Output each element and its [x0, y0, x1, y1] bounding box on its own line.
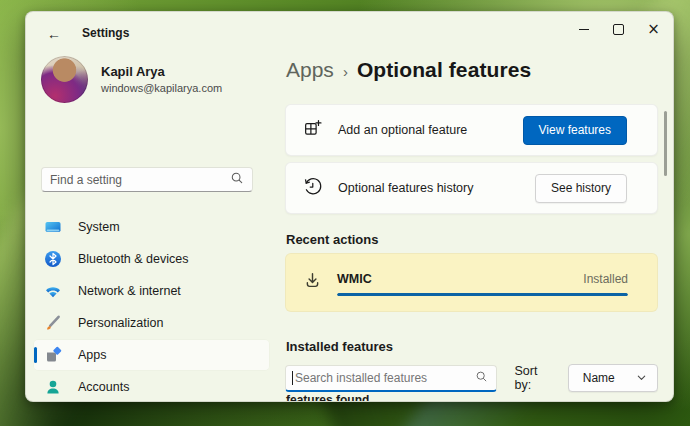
titlebar[interactable]: ← Settings × [26, 12, 673, 54]
search-icon [475, 369, 488, 387]
breadcrumb-apps-link[interactable]: Apps [286, 58, 334, 82]
text-cursor [292, 371, 293, 385]
search-icon [230, 171, 244, 189]
breadcrumb: Apps › Optional features [286, 58, 531, 82]
progress-fill [337, 293, 628, 296]
user-email: windows@kapilarya.com [101, 81, 222, 96]
sidebar-item-apps[interactable]: Apps [34, 340, 269, 370]
minimize-icon [579, 29, 589, 30]
installed-features-heading: Installed features [286, 339, 393, 354]
sidebar-item-accounts[interactable]: Accounts [34, 372, 269, 402]
settings-window: ← Settings × Kapil Arya windows@kapilary… [25, 11, 674, 402]
bluetooth-icon [44, 250, 62, 268]
recent-actions-heading: Recent actions [286, 232, 378, 247]
sidebar-item-network-internet[interactable]: Network & internet [34, 276, 269, 306]
window-title: Settings [82, 26, 129, 40]
view-features-button[interactable]: View features [523, 116, 628, 145]
add-feature-grid-icon [303, 119, 322, 142]
history-icon [303, 177, 322, 200]
network-wifi-icon [44, 282, 62, 300]
sidebar-item-label: Bluetooth & devices [78, 252, 189, 266]
account-profile[interactable]: Kapil Arya windows@kapilarya.com [41, 56, 222, 103]
sidebar-item-label: Personalization [78, 316, 163, 330]
maximize-icon [613, 24, 624, 35]
scrollbar-thumb[interactable] [664, 111, 667, 176]
installed-features-searchbox[interactable] [285, 365, 497, 392]
sort-dropdown-value: Name [583, 371, 615, 385]
close-button[interactable]: × [636, 12, 671, 46]
sidebar: Kapil Arya windows@kapilarya.com System [26, 54, 284, 401]
sidebar-nav: System Bluetooth & devices Network & int… [34, 212, 276, 402]
sidebar-item-label: Apps [78, 348, 107, 362]
chevron-down-icon [636, 369, 647, 387]
back-arrow-icon: ← [47, 26, 61, 42]
find-setting-searchbox[interactable] [41, 167, 253, 192]
page-title: Optional features [357, 58, 531, 82]
sidebar-item-label: Accounts [78, 380, 129, 394]
card-label: Optional features history [338, 181, 519, 195]
card-label: Add an optional feature [338, 123, 507, 137]
system-icon [44, 218, 62, 236]
sort-by-label: Sort by: [515, 364, 556, 392]
recent-action-wmic-row: WMIC Installed [285, 253, 658, 312]
find-setting-input[interactable] [50, 173, 230, 187]
see-history-button[interactable]: See history [535, 174, 627, 203]
add-optional-feature-card: Add an optional feature View features [285, 104, 658, 156]
personalization-brush-icon [44, 314, 62, 332]
sidebar-item-bluetooth-devices[interactable]: Bluetooth & devices [34, 244, 269, 274]
status-badge: Installed [583, 272, 628, 286]
user-name: Kapil Arya [101, 63, 222, 81]
selected-accent-bar [34, 347, 37, 363]
avatar [41, 56, 88, 103]
minimize-button[interactable] [566, 12, 601, 46]
close-icon: × [647, 22, 660, 37]
main-content: Apps › Optional features Add an optional… [285, 54, 658, 401]
features-found-count-clipped: features found [286, 393, 369, 402]
maximize-button[interactable] [601, 12, 636, 46]
feature-name: WMIC [337, 272, 372, 286]
download-icon [303, 271, 322, 294]
sidebar-item-label: System [78, 220, 120, 234]
accounts-person-icon [44, 378, 62, 396]
back-button[interactable]: ← [42, 24, 66, 44]
sidebar-item-system[interactable]: System [34, 212, 269, 242]
apps-icon [44, 346, 62, 364]
sort-dropdown[interactable]: Name [568, 364, 658, 392]
chevron-right-icon: › [343, 61, 348, 80]
sidebar-item-personalization[interactable]: Personalization [34, 308, 269, 338]
installed-features-search-input[interactable] [295, 371, 475, 385]
progress-bar [337, 293, 628, 296]
optional-features-history-card: Optional features history See history [285, 162, 658, 214]
sidebar-item-label: Network & internet [78, 284, 181, 298]
